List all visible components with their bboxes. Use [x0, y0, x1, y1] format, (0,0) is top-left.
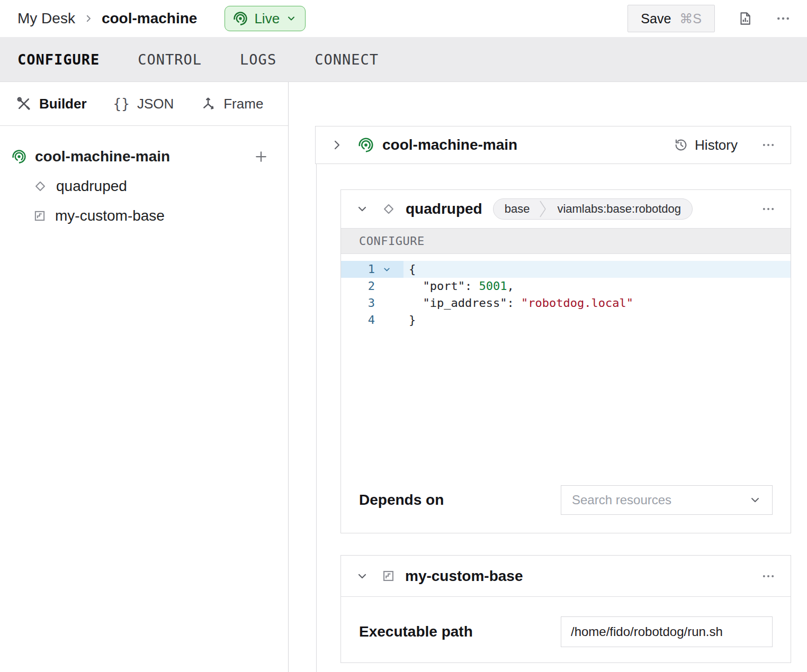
- line-number: 4: [341, 312, 375, 329]
- custom-base-card: my-custom-base Executable path: [340, 555, 791, 663]
- line-number: 2: [341, 278, 375, 295]
- machine-part-card: cool-machine-main History: [315, 126, 791, 164]
- topbar-actions: Save ⌘S: [627, 5, 791, 32]
- main-tabbar: CONFIGURE CONTROL LOGS CONNECT: [0, 37, 807, 82]
- machine-part-title: cool-machine-main: [382, 137, 517, 153]
- tree-item-label: my-custom-base: [55, 207, 165, 224]
- save-shortcut-hint: ⌘S: [679, 11, 702, 26]
- component-type-badge: base viamlabs:base:robotdog: [493, 198, 693, 220]
- module-process-icon: [381, 569, 396, 583]
- tree-item-label: cool-machine-main: [35, 148, 170, 165]
- module-process-icon: [33, 209, 47, 223]
- card-menu-icon[interactable]: [761, 138, 776, 152]
- executable-path-input[interactable]: [561, 616, 773, 647]
- depends-on-label: Depends on: [359, 492, 444, 508]
- code-line[interactable]: 1{: [341, 261, 791, 278]
- tree-item-machine-part[interactable]: cool-machine-main: [12, 142, 288, 171]
- topbar: My Desk cool-machine Live Save ⌘S: [0, 0, 807, 37]
- depends-select-placeholder: Search resources: [572, 493, 671, 507]
- quadruped-component-card: quadruped base viamlabs:base:robotdog CO…: [340, 189, 791, 533]
- view-json[interactable]: {} JSON: [113, 96, 174, 112]
- chevron-down-icon: [749, 494, 761, 506]
- card-menu-icon[interactable]: [761, 569, 776, 584]
- chevron-down-icon[interactable]: [356, 570, 369, 583]
- code-gutter: 1: [341, 261, 403, 278]
- tab-configure[interactable]: CONFIGURE: [17, 51, 100, 68]
- code-gutter: 2: [341, 278, 403, 295]
- resource-tree: cool-machine-main quadruped: [0, 126, 288, 231]
- view-toggle: Builder {} JSON Frame: [0, 82, 288, 126]
- broadcast-icon: [12, 149, 26, 164]
- chevron-right-icon[interactable]: [330, 139, 343, 151]
- workspace: Builder {} JSON Frame: [0, 82, 807, 672]
- view-json-label: JSON: [137, 96, 174, 112]
- sidebar: Builder {} JSON Frame: [0, 82, 289, 672]
- history-button[interactable]: History: [674, 137, 738, 153]
- live-status-label: Live: [254, 11, 280, 27]
- custom-base-card-header: my-custom-base: [341, 556, 791, 597]
- save-button-label: Save: [641, 11, 671, 26]
- depends-resource-select[interactable]: Search resources: [561, 485, 773, 515]
- tree-item-label: quadruped: [56, 178, 127, 195]
- overflow-menu-icon[interactable]: [775, 11, 791, 26]
- code-gutter: 4: [341, 312, 403, 329]
- broadcast-icon: [358, 137, 374, 153]
- line-number: 1: [341, 261, 375, 278]
- component-diamond-icon: [381, 202, 396, 216]
- view-frame-label: Frame: [223, 96, 263, 112]
- quadruped-card-header: quadruped base viamlabs:base:robotdog: [341, 190, 791, 228]
- chevron-down-icon: [286, 13, 297, 24]
- code-line-text: }: [403, 312, 791, 329]
- tree-item-my-custom-base[interactable]: my-custom-base: [33, 201, 288, 231]
- code-line-text: {: [403, 261, 791, 278]
- badge-chevron-separator: [537, 200, 549, 218]
- badge-type-label: base: [505, 202, 530, 216]
- executable-path-row: Executable path: [341, 616, 791, 647]
- frame-axes-icon: [200, 96, 216, 112]
- builder-tools-icon: [16, 96, 32, 112]
- tab-logs[interactable]: LOGS: [240, 51, 276, 68]
- broadcast-icon: [233, 11, 248, 26]
- tab-connect[interactable]: CONNECT: [315, 51, 379, 68]
- part-connector-line: [316, 164, 317, 672]
- fold-chevron-icon[interactable]: [375, 265, 398, 274]
- code-line[interactable]: 2 "port": 5001,: [341, 278, 791, 295]
- code-line-text: "ip_address": "robotdog.local": [403, 295, 791, 312]
- depends-on-row: Depends on Search resources: [341, 485, 791, 515]
- view-frame[interactable]: Frame: [200, 96, 263, 112]
- card-menu-icon[interactable]: [761, 202, 776, 216]
- breadcrumb: My Desk cool-machine: [17, 10, 197, 27]
- configure-section-label: CONFIGURE: [341, 228, 791, 254]
- component-diamond-icon: [33, 179, 48, 194]
- executable-path-label: Executable path: [359, 623, 473, 640]
- history-label: History: [695, 137, 738, 153]
- component-title: quadruped: [406, 201, 482, 217]
- machine-name-title: cool-machine: [102, 10, 197, 27]
- line-number: 3: [341, 295, 375, 312]
- tree-item-quadruped[interactable]: quadruped: [33, 171, 288, 201]
- tab-control[interactable]: CONTROL: [138, 51, 202, 68]
- chevron-down-icon[interactable]: [356, 203, 369, 215]
- code-line[interactable]: 4}: [341, 312, 791, 329]
- add-component-button[interactable]: [253, 149, 269, 165]
- code-line-text: "port": 5001,: [403, 278, 791, 295]
- save-button[interactable]: Save ⌘S: [627, 5, 715, 32]
- component-title: my-custom-base: [405, 568, 523, 585]
- attributes-code-editor[interactable]: 1{2 "port": 5001,3 "ip_address": "robotd…: [341, 254, 791, 485]
- code-editor-lines: 1{2 "port": 5001,3 "ip_address": "robotd…: [341, 261, 791, 329]
- view-builder-label: Builder: [39, 96, 87, 112]
- code-line[interactable]: 3 "ip_address": "robotdog.local": [341, 295, 791, 312]
- breadcrumb-parent-link[interactable]: My Desk: [17, 10, 75, 27]
- chart-document-icon[interactable]: [737, 11, 753, 26]
- live-status-dropdown[interactable]: Live: [225, 6, 306, 31]
- code-gutter: 3: [341, 295, 403, 312]
- json-braces-icon: {}: [113, 96, 130, 112]
- history-clock-icon: [674, 138, 688, 152]
- config-main-panel: cool-machine-main History: [289, 82, 807, 672]
- badge-model-label: viamlabs:base:robotdog: [557, 202, 681, 216]
- view-builder[interactable]: Builder: [16, 96, 87, 112]
- breadcrumb-chevron-icon: [84, 14, 93, 23]
